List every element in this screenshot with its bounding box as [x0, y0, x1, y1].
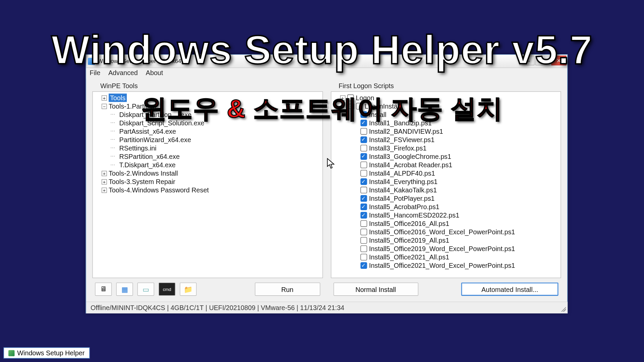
- tree-node-logon[interactable]: +Logon: [334, 94, 558, 102]
- close-button[interactable]: ✕: [551, 56, 567, 65]
- checkbox[interactable]: [360, 195, 367, 202]
- checkbox[interactable]: [360, 111, 367, 118]
- menu-advanced[interactable]: Advanced: [108, 69, 138, 77]
- automated-install-button[interactable]: Automated Install...: [461, 283, 558, 296]
- checkbox[interactable]: [360, 212, 367, 219]
- checkbox[interactable]: [360, 254, 367, 260]
- tool-terminal-icon[interactable]: 🖥: [95, 283, 112, 296]
- script-item[interactable]: Install2_FSViewer.ps1: [334, 135, 558, 144]
- run-button[interactable]: Run: [255, 283, 320, 296]
- titlebar: Windows Setup Helper (v5.7 x64) — ▢ ✕: [86, 55, 567, 68]
- checkbox[interactable]: [360, 145, 367, 152]
- tree-node-windows-install[interactable]: +Tools-2.Windows Install: [95, 169, 319, 177]
- script-item[interactable]: Install4_Acrobat Reader.ps1: [334, 161, 558, 169]
- window-title: Windows Setup Helper (v5.7 x64): [98, 58, 183, 65]
- taskbar-item[interactable]: Windows Setup Helper: [4, 347, 90, 358]
- checkbox[interactable]: [360, 237, 367, 244]
- tool-grid-icon[interactable]: ▦: [116, 283, 133, 296]
- script-item-label: Install5_Office2019_All.ps1: [369, 236, 449, 245]
- expand-icon[interactable]: +: [102, 95, 107, 101]
- tree-node-partition[interactable]: −Tools-1.Partition: [95, 102, 319, 110]
- script-item[interactable]: Install1_Bandizip.ps1: [334, 119, 558, 127]
- checkbox[interactable]: [360, 170, 367, 177]
- script-item[interactable]: Install3_Firefox.ps1: [334, 144, 558, 152]
- script-item[interactable]: Install5_AcrobatPro.ps1: [334, 203, 558, 211]
- menu-file[interactable]: File: [90, 69, 100, 77]
- script-item-label: Install5_Office2021_All.ps1: [369, 253, 449, 261]
- script-item[interactable]: Install5_Office2019_Word_Excel_PowerPoin…: [334, 245, 558, 253]
- collapse-icon[interactable]: −: [102, 104, 107, 109]
- script-item[interactable]: Install5_HancomESD2022.ps1: [334, 211, 558, 220]
- script-item-label: Install5_AcrobatPro.ps1: [369, 203, 439, 211]
- tree-node-system-repair[interactable]: +Tools-3.System Repair: [95, 177, 319, 186]
- winpe-tools-label: WinPE Tools: [92, 81, 323, 91]
- script-item[interactable]: Install3_GoogleChrome.ps1: [334, 152, 558, 161]
- tree-node-password-reset[interactable]: +Tools-4.Windows Password Reset: [95, 186, 319, 194]
- checkbox[interactable]: [360, 229, 367, 235]
- script-item[interactable]: Install2_BANDIVIEW.ps1: [334, 127, 558, 135]
- script-item-label: Install5_Office2016_Word_Excel_PowerPoin…: [369, 228, 515, 236]
- script-item[interactable]: Install5_Office2016_All.ps1: [334, 220, 558, 228]
- tree-node-tools[interactable]: +Tools: [95, 94, 319, 102]
- tree-item[interactable]: ⋯PartitionWizard_x64.exe: [95, 135, 319, 144]
- expand-icon[interactable]: +: [102, 187, 107, 193]
- checkbox[interactable]: [347, 95, 354, 101]
- taskbar-app-icon: [8, 350, 14, 356]
- tree-node-install[interactable]: Install: [334, 110, 558, 119]
- checkbox[interactable]: [360, 153, 367, 160]
- script-item-label: Install4_ALPDF40.ps1: [369, 169, 435, 177]
- tree-item[interactable]: ⋯PartAssist_x64.exe: [95, 127, 319, 135]
- tool-folder-icon[interactable]: 📁: [180, 283, 197, 296]
- left-toolbar: 🖥 ▦ ▭ cmd 📁 Run: [92, 278, 323, 296]
- tree-item[interactable]: ⋯Diskpart_Partition_...exe: [95, 110, 319, 119]
- app-icon: [88, 58, 95, 65]
- script-item-label: Install4_Acrobat Reader.ps1: [369, 161, 452, 169]
- first-logon-tree[interactable]: +Logon −LogonInstall Install Install1_Ba…: [331, 92, 561, 278]
- script-item-label: Install1_Bandizip.ps1: [369, 119, 432, 127]
- tool-cmd-icon[interactable]: cmd: [159, 283, 175, 296]
- script-item[interactable]: Install4_Everything.ps1: [334, 177, 558, 186]
- tree-item[interactable]: ⋯RSettings.ini: [95, 144, 319, 152]
- checkbox[interactable]: [360, 120, 367, 126]
- tree-item[interactable]: ⋯T.Diskpart_x64.exe: [95, 161, 319, 169]
- minimize-button[interactable]: —: [520, 56, 535, 65]
- expand-icon[interactable]: +: [102, 171, 107, 176]
- winpe-tools-tree[interactable]: +Tools −Tools-1.Partition ⋯Diskpart_Part…: [92, 92, 323, 278]
- checkbox[interactable]: [360, 203, 367, 210]
- tree-item[interactable]: ⋯Diskpart_Script_Solution.exe: [95, 119, 319, 127]
- script-item-label: Install3_Firefox.ps1: [369, 144, 426, 152]
- script-item-label: Install2_FSViewer.ps1: [369, 135, 434, 144]
- expand-icon[interactable]: +: [102, 179, 107, 184]
- script-item[interactable]: Install5_Office2019_All.ps1: [334, 236, 558, 245]
- menu-about[interactable]: About: [146, 69, 163, 77]
- tool-window-icon[interactable]: ▭: [138, 283, 154, 296]
- script-item[interactable]: Install5_Office2021_Word_Excel_PowerPoin…: [334, 261, 558, 270]
- app-window: Windows Setup Helper (v5.7 x64) — ▢ ✕ Fi…: [86, 54, 568, 313]
- winpe-tools-panel: WinPE Tools +Tools −Tools-1.Partition ⋯D…: [92, 81, 323, 296]
- tree-item[interactable]: ⋯RSPartition_x64.exe: [95, 152, 319, 161]
- script-item[interactable]: Install4_ALPDF40.ps1: [334, 169, 558, 177]
- maximize-button[interactable]: ▢: [535, 56, 550, 65]
- checkbox[interactable]: [360, 187, 367, 193]
- collapse-icon[interactable]: −: [349, 104, 354, 109]
- checkbox[interactable]: [360, 262, 367, 269]
- script-item[interactable]: Install4_KakaoTalk.ps1: [334, 186, 558, 194]
- taskbar: Windows Setup Helper: [4, 347, 90, 358]
- normal-install-button[interactable]: Normal Install: [333, 283, 418, 296]
- checkbox[interactable]: [360, 136, 367, 143]
- checkbox[interactable]: [360, 162, 367, 168]
- script-item[interactable]: Install4_PotPlayer.ps1: [334, 194, 558, 202]
- expand-icon[interactable]: +: [340, 95, 345, 101]
- checkbox[interactable]: [360, 245, 367, 252]
- checkbox[interactable]: [360, 128, 367, 135]
- tree-node-logoninstall[interactable]: −LogonInstall: [334, 102, 558, 110]
- first-logon-label: First Logon Scripts: [331, 81, 561, 91]
- resize-grip-icon[interactable]: [560, 305, 566, 311]
- script-item[interactable]: Install5_Office2016_Word_Excel_PowerPoin…: [334, 228, 558, 236]
- first-logon-panel: First Logon Scripts +Logon −LogonInstall…: [331, 81, 561, 296]
- checkbox[interactable]: [360, 178, 367, 185]
- checkbox[interactable]: [360, 220, 367, 227]
- status-text: Offline/MININT-IDQK4CS | 4GB/1C/1T | UEF…: [91, 304, 344, 311]
- script-item[interactable]: Install5_Office2021_All.ps1: [334, 253, 558, 261]
- checkbox[interactable]: [356, 103, 363, 110]
